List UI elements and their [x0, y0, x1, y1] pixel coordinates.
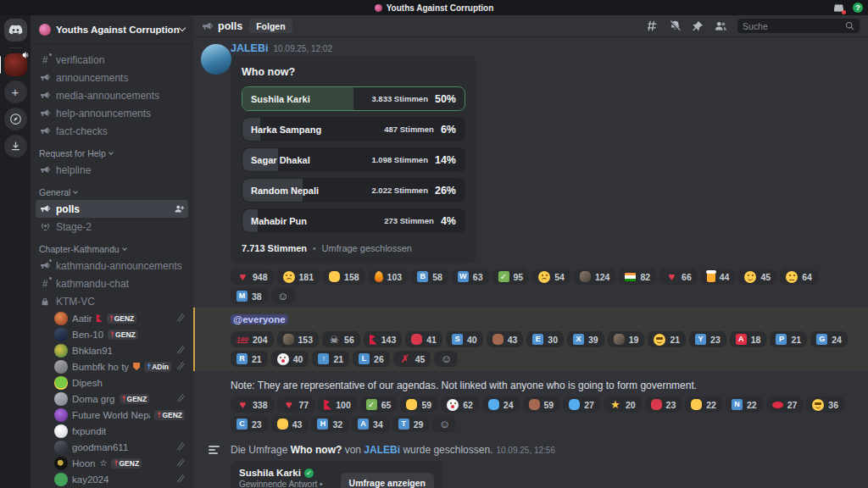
sidebar-item-help-announcements[interactable]: help-announcements [36, 104, 188, 122]
reaction-pill[interactable]: ♥948 [231, 269, 274, 285]
reaction-pill[interactable]: ♥66 [659, 269, 698, 285]
server-icon-active[interactable] [4, 53, 27, 76]
reaction-pill[interactable]: 27 [563, 396, 600, 413]
reaction-pill[interactable]: ✓95 [492, 269, 530, 285]
add-server-button[interactable]: + [4, 80, 27, 103]
reaction-pill[interactable]: ♥338 [231, 396, 274, 413]
follow-button[interactable]: Folgen [249, 19, 292, 33]
voice-member-ben-10[interactable]: Ben-10†GENZ [36, 326, 188, 342]
search-box[interactable] [737, 19, 860, 33]
reaction-pill[interactable]: 41 [405, 331, 442, 347]
reaction-pill[interactable]: P21 [770, 331, 807, 347]
reaction-pill[interactable]: N22 [726, 396, 763, 413]
reaction-pill[interactable]: L26 [353, 351, 390, 367]
reaction-pill[interactable]: 59 [523, 396, 560, 413]
reaction-pill[interactable]: 82 [619, 269, 656, 285]
reaction-pill[interactable]: 45 [738, 269, 776, 285]
voice-member-future-world-nepal[interactable]: Future World Nepal†GENZ [36, 407, 188, 423]
reaction-pill[interactable]: S40 [446, 331, 483, 347]
sidebar-item-Stage-2[interactable]: Stage-2 [36, 218, 188, 236]
voice-member-dipesh[interactable]: Dipesh [36, 374, 188, 391]
reaction-pill[interactable]: X39 [567, 331, 604, 347]
reaction-pill[interactable]: B58 [411, 269, 448, 285]
poll-option-mahabir-pun[interactable]: Mahabir Pun 273 Stimmen 4% [242, 208, 465, 233]
reaction-pill[interactable]: 22 [685, 396, 722, 413]
reaction-pill[interactable]: ☠56 [322, 331, 360, 347]
home-button[interactable] [4, 19, 27, 42]
sidebar-item-media-announcements[interactable]: media-announcements [36, 86, 188, 104]
reaction-pill[interactable]: 62 [441, 396, 479, 413]
reaction-pill[interactable]: 27 [766, 396, 804, 413]
reaction-pill[interactable]: G24 [810, 331, 848, 347]
reaction-pill[interactable]: 124 [574, 269, 616, 285]
reaction-pill[interactable]: 21 [648, 331, 686, 347]
reaction-pill[interactable]: 44 [701, 269, 736, 285]
reaction-pill[interactable]: 100 [318, 396, 357, 413]
add-reaction-button[interactable]: ☺ [434, 351, 458, 367]
voice-member-bhklan91[interactable]: Bhklan91 [36, 342, 188, 358]
reaction-pill[interactable]: 54 [532, 269, 570, 285]
poll-option-sagar-dhakal[interactable]: Sagar Dhakal 1.098 Stimmen 14% [242, 147, 465, 172]
pinned-messages-icon[interactable] [692, 20, 704, 32]
reaction-pill[interactable]: 40 [271, 351, 309, 367]
show-poll-button[interactable]: Umfrage anzeigen [341, 473, 434, 488]
reaction-pill[interactable]: 43 [271, 416, 309, 432]
reaction-pill[interactable]: A18 [730, 331, 767, 347]
reaction-pill[interactable]: 19 [608, 331, 645, 347]
reaction-pill[interactable]: R21 [231, 351, 268, 367]
reaction-pill[interactable]: E30 [526, 331, 564, 347]
reaction-pill[interactable]: ★20 [604, 396, 642, 413]
reaction-pill[interactable]: A34 [352, 416, 389, 432]
add-reaction-button[interactable]: ☺ [432, 416, 456, 432]
members-icon[interactable] [714, 19, 727, 32]
poll-option-sushila-karki[interactable]: Sushila Karki 3.833 Stimmen 50% [242, 86, 465, 111]
reaction-pill[interactable]: 103 [369, 269, 409, 285]
poll-option-harka-sampang[interactable]: Harka Sampang 487 Stimmen 6% [242, 117, 465, 141]
sidebar-item-announcements[interactable]: announcements [36, 69, 188, 86]
create-invite-icon[interactable] [174, 203, 185, 214]
add-reaction-button[interactable]: ☺ [271, 288, 295, 304]
sidebar-item-verification[interactable]: #verification [36, 51, 188, 69]
reaction-pill[interactable]: 153 [277, 331, 320, 347]
category-request-for-help[interactable]: Request for Help [36, 140, 188, 161]
reaction-pill[interactable]: ♥77 [277, 396, 315, 413]
inbox-icon[interactable] [833, 3, 844, 14]
category-chapter-kathmandu[interactable]: Chapter-Kathmandu [36, 236, 188, 257]
reaction-pill[interactable]: 23 [645, 396, 682, 413]
reaction-pill[interactable]: 36 [806, 396, 844, 413]
reaction-pill[interactable]: ✗45 [393, 351, 431, 367]
reaction-pill[interactable]: ↑21 [312, 351, 349, 367]
reaction-pill[interactable]: H32 [311, 416, 348, 432]
sidebar-item-KTM-VC[interactable]: KTM-VC [36, 292, 188, 310]
explore-servers-button[interactable] [4, 108, 27, 130]
reaction-pill[interactable]: M38 [231, 288, 268, 304]
sidebar-item-polls[interactable]: polls [36, 200, 188, 218]
reaction-pill[interactable]: 158 [323, 269, 365, 285]
reaction-pill[interactable]: Y23 [689, 331, 726, 347]
category-general[interactable]: General [36, 179, 188, 200]
voice-member-fxpundit[interactable]: fxpundit [36, 423, 188, 439]
reaction-pill[interactable]: C23 [231, 416, 268, 432]
everyone-mention[interactable]: @everyone [231, 314, 288, 324]
poll-option-random-nepali[interactable]: Random Nepali 2.022 Stimmen 26% [242, 178, 465, 202]
reaction-pill[interactable]: 100204 [231, 331, 274, 347]
reaction-pill[interactable]: ✓65 [360, 396, 398, 413]
reaction-pill[interactable]: 143 [364, 331, 403, 347]
message-author[interactable]: JALEBi [231, 42, 268, 54]
sidebar-item-fact-checks[interactable]: fact-checks [36, 122, 188, 140]
author-ref[interactable]: JALEBi [364, 444, 400, 456]
reaction-pill[interactable]: 43 [487, 331, 524, 347]
reaction-pill[interactable]: W63 [452, 269, 489, 285]
reaction-pill[interactable]: 64 [780, 269, 818, 285]
voice-member-aatir[interactable]: Aatir†GENZ [36, 310, 188, 326]
sidebar-item-kathmandu-announcements[interactable]: kathmandu-announcements [36, 257, 188, 274]
sidebar-item-kathmandu-chat[interactable]: #kathmandu-chat [36, 274, 188, 292]
reaction-pill[interactable]: T29 [392, 416, 430, 432]
help-icon[interactable]: ? [853, 3, 863, 13]
voice-member-bumbfk-ho-tyo[interactable]: Bumbfk ho tyo†ADin [36, 358, 188, 374]
download-apps-button[interactable] [4, 135, 27, 158]
avatar[interactable] [201, 44, 231, 75]
voice-member-goodman611[interactable]: goodman611 [36, 439, 188, 455]
reaction-pill[interactable]: 59 [400, 396, 437, 413]
voice-member-hoon[interactable]: Hoon☆†GENZ [36, 455, 188, 471]
